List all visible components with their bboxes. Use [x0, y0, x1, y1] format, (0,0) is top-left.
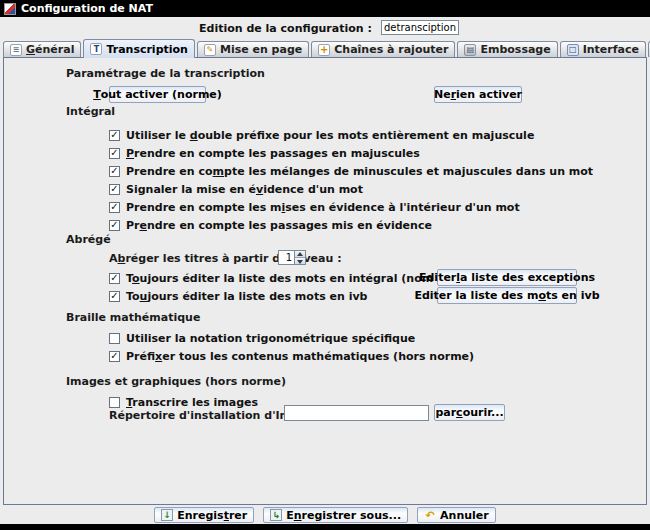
checkbox-passages-majuscules[interactable]: [109, 148, 120, 159]
document-icon: [10, 44, 22, 56]
enable-all-button[interactable]: Tout activer (norme): [109, 86, 206, 103]
checkbox-label[interactable]: Transcrire les images: [126, 396, 258, 409]
checkbox-row: Préfixer tous les contenus mathématiques…: [109, 349, 474, 363]
undo-arrow-icon: [424, 509, 436, 521]
edit-ivb-list-button[interactable]: Editer la liste des mots en ivb: [437, 287, 577, 304]
checkbox-prefixer-maths[interactable]: [109, 351, 120, 362]
checkbox-row: Utiliser la notation trigonométrique spé…: [109, 331, 415, 345]
checkbox-row: Utiliser le double préfixe pour les mots…: [109, 128, 534, 142]
add-strings-icon: [318, 44, 330, 56]
config-name-input[interactable]: [381, 20, 459, 35]
configuration-window: Configuration de NAT Edition de la confi…: [0, 0, 650, 530]
checkbox-label[interactable]: Utiliser la notation trigonométrique spé…: [126, 332, 415, 345]
checkbox-label[interactable]: Préfixer tous les contenus mathématiques…: [126, 350, 474, 363]
edit-exceptions-list-button[interactable]: Editer la liste des exceptions: [437, 269, 577, 286]
cancel-button[interactable]: Annuler: [417, 507, 496, 523]
spinner-value[interactable]: 1: [278, 250, 295, 265]
save-as-button[interactable]: Enregistrer sous...: [263, 507, 408, 523]
browse-button[interactable]: parcourir...: [434, 404, 505, 421]
spinner-up-button[interactable]: [295, 251, 305, 258]
tab-embossage[interactable]: Embossage: [457, 41, 557, 57]
window-titlebar: Configuration de NAT: [0, 0, 650, 17]
checkbox-label[interactable]: Utiliser le double préfixe pour les mots…: [126, 129, 534, 142]
tab-general[interactable]: Général: [3, 41, 81, 57]
embosser-icon: [464, 44, 476, 56]
window-title: Configuration de NAT: [21, 2, 153, 15]
config-edit-label: Edition de la configuration :: [199, 22, 372, 35]
transcription-icon: [90, 43, 102, 55]
tab-interface[interactable]: Interface: [560, 41, 646, 57]
section-title-abrege: Abrégé: [66, 233, 111, 246]
checkbox-label[interactable]: Prendre en compte les mélanges de minusc…: [126, 165, 593, 178]
checkbox-transcrire-images[interactable]: [109, 397, 120, 408]
imagemagick-path-input[interactable]: [284, 405, 429, 421]
tab-bar: Général Transcription Mise en page Chaîn…: [3, 39, 647, 57]
checkbox-label[interactable]: Toujours éditer la liste des mots en ivb: [126, 290, 367, 303]
save-button-label: Enregistrer: [177, 509, 247, 522]
title-level-spinner: 1: [278, 250, 306, 265]
checkbox-row: Prendre en compte les passages mis en év…: [109, 218, 432, 232]
checkbox-row: Prendre en compte les mélanges de minusc…: [109, 164, 593, 178]
tab-label: Interface: [583, 43, 639, 56]
footer-button-bar: Enregistrer Enregistrer sous... Annuler: [0, 507, 650, 523]
checkbox-double-prefix[interactable]: [109, 130, 120, 141]
save-button[interactable]: Enregistrer: [154, 507, 254, 523]
save-icon: [161, 509, 173, 521]
tab-label: Embossage: [480, 43, 550, 56]
checkbox-row: Toujours éditer la liste des mots en ivb: [109, 289, 367, 303]
cancel-button-label: Annuler: [440, 509, 489, 522]
checkbox-passages-mis-evidence[interactable]: [109, 220, 120, 231]
save-as-button-label: Enregistrer sous...: [286, 509, 401, 522]
checkbox-label[interactable]: Signaler la mise en évidence d'un mot: [126, 183, 363, 196]
spinner-buttons: [295, 250, 306, 265]
checkbox-signaler-evidence[interactable]: [109, 184, 120, 195]
checkbox-label[interactable]: Prendre en compte les passages mis en év…: [126, 219, 432, 232]
tab-chaines-a-rajouter[interactable]: Chaînes à rajouter: [311, 41, 455, 57]
disable-all-button[interactable]: Ne rien activer: [434, 86, 522, 103]
tab-label: Chaînes à rajouter: [334, 43, 448, 56]
checkbox-row: Signaler la mise en évidence d'un mot: [109, 182, 363, 196]
spinner-down-button[interactable]: [295, 258, 305, 264]
transcription-tab-panel: Paramétrage de la transcription Tout act…: [3, 57, 647, 505]
save-as-icon: [270, 509, 282, 521]
tab-mise-en-page[interactable]: Mise en page: [197, 41, 309, 57]
checkbox-row: Prendre en compte les mises en évidence …: [109, 200, 520, 214]
tab-label: Transcription: [106, 43, 188, 56]
checkbox-melanges-min-maj[interactable]: [109, 166, 120, 177]
interface-icon: [567, 44, 579, 56]
section-title-braille-math: Braille mathématique: [66, 311, 200, 324]
checkbox-notation-trigo[interactable]: [109, 333, 120, 344]
checkbox-edit-list-integral[interactable]: [109, 273, 120, 284]
page-layout-icon: [204, 44, 216, 56]
section-title-images: Images et graphiques (hors norme): [66, 375, 286, 388]
tab-transcription[interactable]: Transcription: [83, 39, 195, 58]
tab-label: Général: [26, 43, 74, 56]
section-title-parametrage: Paramétrage de la transcription: [66, 67, 265, 80]
title-level-label: Abréger les titres à partir du niveau :: [109, 252, 342, 265]
section-title-integral: Intégral: [66, 105, 115, 118]
nat-app-icon: [4, 3, 16, 15]
checkbox-label[interactable]: Prendre en compte les passages en majusc…: [126, 147, 420, 160]
checkbox-row: Transcrire les images: [109, 395, 258, 409]
checkbox-row: Prendre en compte les passages en majusc…: [109, 146, 420, 160]
checkbox-edit-list-ivb[interactable]: [109, 291, 120, 302]
window-bottom-edge: [0, 524, 650, 530]
checkbox-label[interactable]: Prendre en compte les mises en évidence …: [126, 201, 520, 214]
checkbox-mises-evidence-interieur[interactable]: [109, 202, 120, 213]
tab-label: Mise en page: [220, 43, 302, 56]
